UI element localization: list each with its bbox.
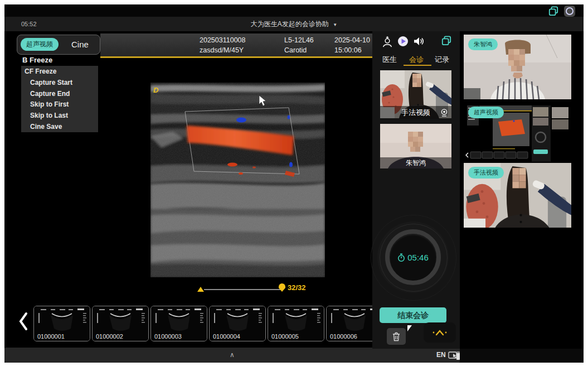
invite-person-icon[interactable] [381,36,393,48]
delete-button[interactable] [387,328,406,345]
screen-share-icon[interactable] [441,36,451,46]
timer-value: 05:46 [407,253,429,262]
stage-video-procedure[interactable]: 手法视频 [464,163,571,228]
expand-panel-chevron[interactable]: ∧ [4,348,460,363]
conference-panel: 医生 会诊 记录 手法视频 [372,31,460,349]
menu-item-skip-to-last[interactable]: Skip to Last [21,112,98,119]
stage-label-badge: 手法视频 [468,167,504,179]
menu-item-cf-freeze[interactable]: CF Freeze [21,68,98,75]
thumbnail-01000005[interactable]: 01000005 [268,306,324,341]
tab-doctor[interactable]: 医生 [382,55,397,65]
exam-probe: L5-12L46 [284,35,314,45]
status-dot [566,7,574,15]
screen-share-icon[interactable] [548,6,558,16]
exam-patient: zasdsd/M/45Y [200,45,246,55]
thumbnail-label: 01000005 [271,333,299,340]
cine-slider-handle[interactable] [279,283,285,292]
thumbnail-label: 01000001 [37,333,65,340]
stream-remote-doctor[interactable]: 朱智鸿 [380,124,451,168]
pointer-cursor [407,325,412,331]
freeze-shortcut-button[interactable] [424,322,456,343]
exam-preset: Carotid [284,45,314,55]
menu-item-cine-save[interactable]: Cine Save [21,123,98,131]
volume-icon[interactable] [413,36,424,47]
top-status-strip [4,4,584,17]
thumbnail-01000003[interactable]: 01000003 [150,306,207,341]
active-tab-underline [404,65,431,66]
stage-column: 朱智鸿 [460,31,584,349]
trash-icon [392,332,401,341]
exam-header: 202503110008 zasdsd/M/45Y L5-12L46 Carot… [100,33,372,56]
stream-label-text: 手法视频 [401,108,430,117]
stage-label-badge: 朱智鸿 [468,38,498,50]
cine-context-menu: CF Freeze Capture Start Capture End Skip… [21,66,98,132]
exam-date: 2025-04-10 [334,35,370,45]
menu-item-capture-end[interactable]: Capture End [21,90,98,98]
cine-slider-track[interactable] [204,289,281,290]
thumbnail-01000001[interactable]: 01000001 [33,306,90,341]
chevron-down-icon: ▼ [333,22,337,27]
source-selector[interactable]: 超声视频 Cine [17,35,100,55]
ultrasound-video-badge[interactable]: 超声视频 [21,38,59,51]
chevron-up-icon [432,328,448,337]
stopwatch-icon [397,253,405,262]
camera-icon[interactable] [440,108,449,117]
ultrasound-viewport: 202503110008 zasdsd/M/45Y L5-12L46 Carot… [4,31,372,349]
menu-item-capture-start[interactable]: Capture Start [21,79,98,86]
tab-consultation[interactable]: 会诊 [409,55,424,65]
probe-status-icon [456,351,460,360]
session-title: 大为医生A发起的会诊协助 [251,20,329,28]
thumbnail-label: 01000004 [213,333,240,340]
stage-video-ultrasound-share[interactable]: 超声视频 [464,103,571,162]
filmstrip-prev-icon[interactable] [18,310,29,333]
stage-video-doctor[interactable]: 朱智鸿 [464,35,571,99]
stream-label: 手法视频 [380,106,451,119]
session-title-dropdown[interactable]: 大为医生A发起的会诊协助 ▼ [4,17,584,31]
thumbnail-label: 01000003 [154,333,182,340]
menu-item-skip-to-first[interactable]: Skip to First [21,100,98,108]
thumbnail-01000004[interactable]: 01000004 [209,306,266,341]
thumbnail-01000006[interactable]: 01000006 [326,306,372,341]
stage-label-badge: 超声视频 [468,107,504,118]
stream-label-text: 朱智鸿 [406,159,426,167]
end-consultation-button[interactable]: 结束会诊 [380,307,446,323]
play-icon[interactable] [397,36,409,47]
consultation-timer: 05:46 [385,229,441,285]
ultrasound-image[interactable]: D [150,83,325,277]
menu-item-b-freeze[interactable]: B Freeze [22,56,52,64]
language-indicator[interactable]: EN [436,348,446,363]
frame-counter: 32/32 [288,283,306,292]
cine-tab[interactable]: Cine [71,35,89,54]
thumbnail-label: 01000006 [330,333,357,340]
doppler-mode-marker: D [153,86,159,94]
title-bar: 05:52 大为医生A发起的会诊协助 ▼ [4,17,584,31]
filmstrip: 01000001 01000002 01000003 01000004 0100… [33,306,372,343]
exam-time: 15:00:06 [334,45,370,55]
bottom-toolbar: ∧ EN [4,348,460,363]
thumbnail-01000002[interactable]: 01000002 [92,306,149,341]
stream-procedure-video[interactable]: 手法视频 [380,70,451,119]
app-status-icon[interactable] [564,6,575,17]
tab-record[interactable]: 记录 [435,55,449,65]
exam-accession: 202503110008 [200,35,246,45]
thumbnail-label: 01000002 [96,333,123,340]
cine-slider-start-marker[interactable] [197,287,204,292]
header-accent-rule [100,56,372,58]
app-window: 05:52 大为医生A发起的会诊协助 ▼ 202503110008 zasdsd… [4,4,584,363]
stream-label: 朱智鸿 [380,157,451,168]
